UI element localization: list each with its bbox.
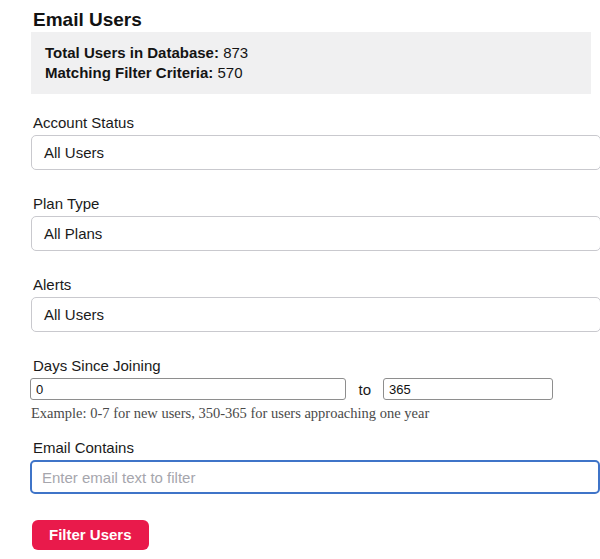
days-max-input[interactable] [383, 378, 553, 400]
range-separator: to [346, 381, 383, 398]
matching-filter-line: Matching Filter Criteria: 570 [45, 63, 577, 83]
days-min-input[interactable] [30, 378, 346, 400]
email-users-page: Email Users Total Users in Database: 873… [0, 0, 600, 559]
email-contains-label: Email Contains [33, 439, 553, 457]
days-help-text: Example: 0-7 for new users, 350-365 for … [31, 405, 553, 422]
account-status-label: Account Status [33, 114, 553, 132]
plan-type-label: Plan Type [33, 195, 553, 213]
summary-box: Total Users in Database: 873 Matching Fi… [31, 32, 591, 94]
total-users-line: Total Users in Database: 873 [45, 43, 577, 63]
matching-filter-label: Matching Filter Criteria: [45, 64, 213, 81]
days-since-joining-label: Days Since Joining [33, 357, 553, 375]
page-title: Email Users [33, 9, 553, 31]
filter-users-button[interactable]: Filter Users [32, 520, 149, 550]
alerts-group: Alerts All Users [31, 276, 553, 332]
plan-type-group: Plan Type All Plans [31, 195, 553, 251]
email-contains-group: Email Contains [31, 439, 553, 494]
matching-filter-value: 570 [218, 64, 243, 81]
plan-type-select[interactable]: All Plans [31, 216, 600, 251]
total-users-label: Total Users in Database: [45, 44, 219, 61]
total-users-value: 873 [223, 44, 248, 61]
account-status-select[interactable]: All Users [31, 135, 600, 170]
email-contains-input[interactable] [30, 460, 600, 494]
alerts-select[interactable]: All Users [31, 297, 600, 332]
days-since-joining-group: Days Since Joining to Example: 0-7 for n… [31, 357, 553, 422]
alerts-label: Alerts [33, 276, 553, 294]
account-status-group: Account Status All Users [31, 114, 553, 170]
days-range-row: to [31, 378, 553, 400]
